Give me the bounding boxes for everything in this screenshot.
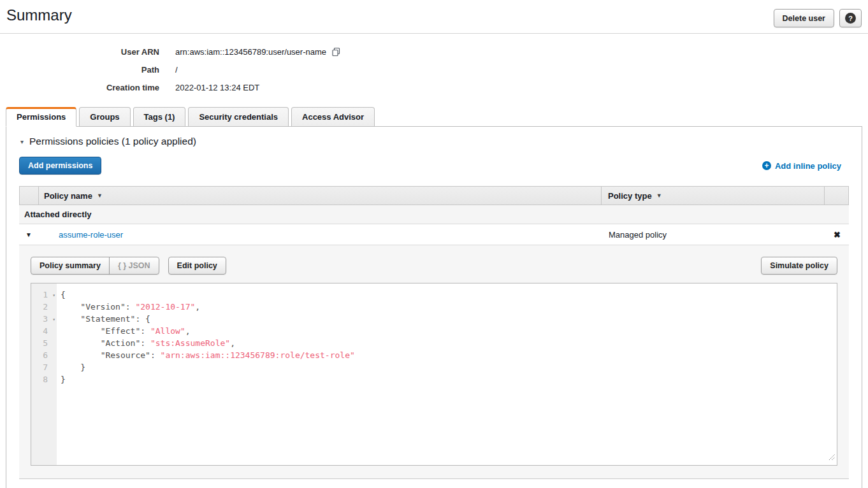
policy-action-cell: ✖ xyxy=(825,230,849,240)
title-divider xyxy=(0,33,868,34)
collapse-caret-icon[interactable]: ▾ xyxy=(20,138,24,145)
detach-policy-icon[interactable]: ✖ xyxy=(834,230,841,240)
code-line: 8} xyxy=(31,373,837,385)
gutter-cell: 3▾ xyxy=(31,313,57,325)
line-number: 6 xyxy=(43,350,57,360)
gutter-cell: 1▾ xyxy=(31,289,57,301)
tab-bar: PermissionsGroupsTags (1)Security creden… xyxy=(6,107,862,127)
detail-value-text: 2022-01-12 13:24 EDT xyxy=(175,83,259,92)
detail-row: Path/ xyxy=(0,61,868,78)
permissions-policies-heading: ▾ Permissions policies (1 policy applied… xyxy=(20,136,849,147)
detail-value: / xyxy=(175,65,178,75)
policy-row-caret-cell: ▼ xyxy=(19,231,38,238)
add-inline-policy-label: Add inline policy xyxy=(775,161,841,171)
json-button[interactable]: { } JSON xyxy=(109,257,159,275)
code-line: 2 "Version": "2012-10-17", xyxy=(31,301,837,313)
gutter-cell: 4 xyxy=(31,325,57,337)
line-number: 8 xyxy=(43,375,57,384)
page-header: Summary Delete user ? xyxy=(0,0,868,27)
line-number: 4 xyxy=(43,326,57,336)
json-editor[interactable]: 1▾{2 "Version": "2012-10-17",3▾ "Stateme… xyxy=(31,283,837,466)
fold-caret-icon[interactable]: ▾ xyxy=(52,289,55,301)
line-number: 2 xyxy=(43,302,57,312)
detail-value-text: / xyxy=(175,65,178,75)
question-mark-icon: ? xyxy=(845,13,856,24)
tab-tags-1[interactable]: Tags (1) xyxy=(133,107,186,126)
resize-handle-icon[interactable] xyxy=(828,452,835,464)
fold-caret-icon[interactable]: ▾ xyxy=(52,313,55,326)
header-actions: Delete user ? xyxy=(774,9,862,27)
code-text: "Version": "2012-10-17", xyxy=(57,301,200,313)
edit-policy-button[interactable]: Edit policy xyxy=(168,257,226,275)
code-text: "Action": "sts:AssumeRole", xyxy=(57,337,235,349)
tab-groups[interactable]: Groups xyxy=(79,107,130,126)
page-title: Summary xyxy=(6,6,72,24)
gutter-cell: 6 xyxy=(31,349,57,361)
policy-detail-panel: Policy summary { } JSON Edit policy Simu… xyxy=(19,245,849,479)
policy-summary-button[interactable]: Policy summary xyxy=(31,257,110,275)
help-button[interactable]: ? xyxy=(839,9,862,27)
policies-table: Policy name ▼ Policy type ▼ Attached dir… xyxy=(19,186,849,479)
code-text: "Resource": "arn:aws:iam::123456789:role… xyxy=(57,349,355,361)
expand-caret-icon[interactable]: ▼ xyxy=(25,231,32,238)
policy-type-header-label: Policy type xyxy=(608,191,652,201)
group-row-label: Attached directly xyxy=(24,210,91,219)
code-line: 5 "Action": "sts:AssumeRole", xyxy=(31,337,837,349)
line-number: 7 xyxy=(43,362,57,372)
detail-row: User ARNarn:aws:iam::123456789:user/user… xyxy=(0,43,868,61)
code-line: 6 "Resource": "arn:aws:iam::123456789:ro… xyxy=(31,349,837,361)
detail-row: Creation time2022-01-12 13:24 EDT xyxy=(0,78,868,96)
code-line: 3▾ "Statement": { xyxy=(31,313,837,325)
policy-name-cell: assume-role-user xyxy=(38,230,602,240)
policies-table-header: Policy name ▼ Policy type ▼ xyxy=(19,186,849,205)
gutter-cell: 2 xyxy=(31,301,57,313)
code-line: 4 "Effect": "Allow", xyxy=(31,325,837,337)
column-policy-name[interactable]: Policy name ▼ xyxy=(39,187,602,205)
policy-row: ▼ assume-role-user Managed policy ✖ xyxy=(19,224,849,245)
policy-type-value: Managed policy xyxy=(609,230,667,240)
add-permissions-button[interactable]: Add permissions xyxy=(19,157,101,175)
policy-view-buttons: Policy summary { } JSON Edit policy xyxy=(31,257,226,275)
code-lines: 1▾{2 "Version": "2012-10-17",3▾ "Stateme… xyxy=(31,283,837,385)
section-title: Permissions policies (1 policy applied) xyxy=(29,136,196,147)
code-line: 1▾{ xyxy=(31,289,837,301)
tab-access-advisor[interactable]: Access Advisor xyxy=(291,107,375,126)
delete-user-button[interactable]: Delete user xyxy=(774,9,834,27)
column-policy-type[interactable]: Policy type ▼ xyxy=(602,187,825,205)
code-text: "Statement": { xyxy=(57,313,150,325)
group-row: Attached directly xyxy=(19,205,849,224)
detail-label: Path xyxy=(0,65,159,75)
detail-value: 2022-01-12 13:24 EDT xyxy=(175,83,259,92)
detail-value-text: arn:aws:iam::123456789:user/user-name xyxy=(175,47,326,57)
policy-actions-row: Add permissions + Add inline policy xyxy=(19,157,849,175)
permissions-tab-panel: ▾ Permissions policies (1 policy applied… xyxy=(6,127,862,488)
copy-arn-icon[interactable] xyxy=(331,47,341,57)
gutter-cell: 8 xyxy=(31,373,57,385)
code-line: 7 } xyxy=(31,361,837,373)
code-text: { xyxy=(57,289,66,301)
code-text: } xyxy=(57,373,66,385)
code-text: } xyxy=(57,361,85,373)
line-number: 5 xyxy=(43,338,57,348)
detail-label: User ARN xyxy=(0,47,159,57)
simulate-policy-button[interactable]: Simulate policy xyxy=(761,257,837,275)
header-action-column xyxy=(825,187,848,205)
plus-circle-icon: + xyxy=(762,161,771,170)
header-caret-column xyxy=(20,187,39,205)
policy-type-cell: Managed policy xyxy=(602,230,825,240)
policy-name-link[interactable]: assume-role-user xyxy=(59,230,123,240)
detail-value: arn:aws:iam::123456789:user/user-name xyxy=(175,47,341,57)
sort-caret-icon: ▼ xyxy=(656,192,662,199)
code-text: "Effect": "Allow", xyxy=(57,325,191,337)
tab-security-credentials[interactable]: Security credentials xyxy=(188,107,289,126)
policy-detail-toolbar: Policy summary { } JSON Edit policy Simu… xyxy=(31,257,837,275)
gutter-cell: 5 xyxy=(31,337,57,349)
sort-caret-icon: ▼ xyxy=(97,192,103,199)
detail-label: Creation time xyxy=(0,83,159,92)
tab-permissions[interactable]: Permissions xyxy=(6,107,76,127)
gutter-cell: 7 xyxy=(31,361,57,373)
add-inline-policy-link[interactable]: + Add inline policy xyxy=(762,161,841,171)
user-details: User ARNarn:aws:iam::123456789:user/user… xyxy=(0,43,868,96)
policy-name-header-label: Policy name xyxy=(44,191,92,201)
